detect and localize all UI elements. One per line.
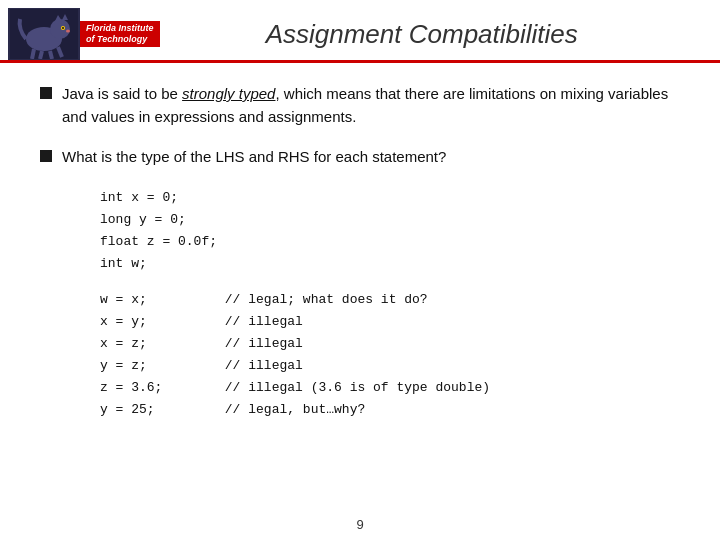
title-area: Assignment Compatibilities [160, 19, 705, 50]
code-block-declarations: int x = 0; long y = 0; float z = 0.0f; i… [100, 187, 680, 275]
logo-line2: of Technology [86, 34, 154, 45]
panther-svg [10, 9, 78, 59]
svg-point-2 [50, 19, 70, 39]
bullet-square-2 [40, 150, 52, 162]
bullet-item-2: What is the type of the LHS and RHS for … [40, 146, 680, 169]
logo-line1: Florida Institute [86, 23, 154, 34]
slide: Florida Institute of Technology Assignme… [0, 0, 720, 540]
svg-point-6 [62, 27, 64, 29]
bullet-item-1: Java is said to be strongly typed, which… [40, 83, 680, 128]
code-section: int x = 0; long y = 0; float z = 0.0f; i… [40, 187, 680, 422]
fit-text: Florida Institute of Technology [80, 21, 160, 47]
slide-content: Java is said to be strongly typed, which… [0, 63, 720, 517]
italic-text: strongly typed [182, 85, 275, 102]
slide-header: Florida Institute of Technology Assignme… [0, 0, 720, 63]
svg-line-10 [50, 51, 52, 59]
slide-title: Assignment Compatibilities [266, 19, 578, 49]
bullet-square-1 [40, 87, 52, 99]
code-block-assignments: w = x; // legal; what does it do? x = y;… [100, 289, 680, 422]
bullet-text-1: Java is said to be strongly typed, which… [62, 83, 680, 128]
fit-logo: Florida Institute of Technology [8, 8, 160, 60]
bullet-text-2: What is the type of the LHS and RHS for … [62, 146, 446, 169]
page-number: 9 [0, 517, 720, 540]
svg-line-9 [40, 51, 42, 59]
panther-icon [8, 8, 80, 60]
svg-line-8 [32, 49, 34, 59]
svg-point-7 [66, 30, 70, 33]
logo-area: Florida Institute of Technology [8, 8, 160, 60]
